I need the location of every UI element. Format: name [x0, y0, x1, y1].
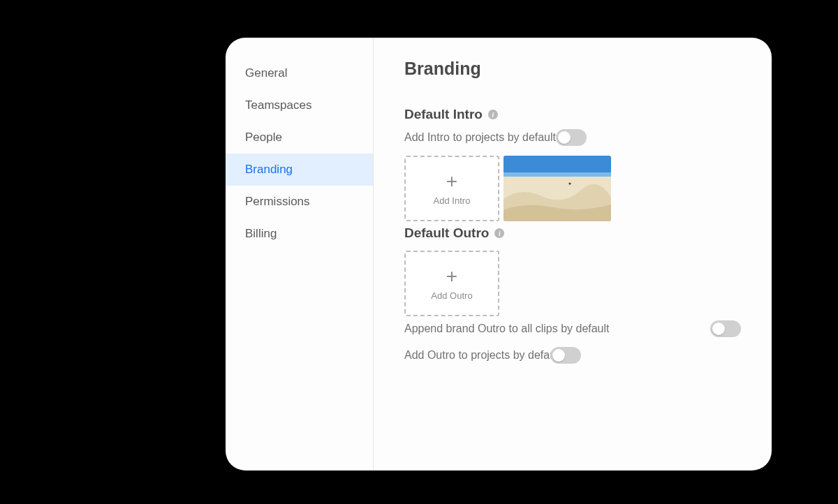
outro-default-toggle-row: Add Outro to projects by default	[404, 347, 741, 364]
sidebar-item-branding[interactable]: Branding	[226, 154, 373, 186]
intro-tiles: + Add Intro	[404, 156, 741, 221]
outro-toggle-label: Add Outro to projects by default	[404, 349, 561, 362]
sidebar-item-permissions[interactable]: Permissions	[226, 186, 373, 218]
append-outro-row: Append brand Outro to all clips by defau…	[404, 320, 741, 337]
section-heading-intro: Default Intro i	[404, 107, 498, 122]
add-intro-tile[interactable]: + Add Intro	[404, 156, 499, 221]
add-intro-label: Add Intro	[434, 195, 471, 206]
svg-point-3	[569, 183, 571, 185]
page-title: Branding	[404, 59, 741, 79]
append-outro-label: Append brand Outro to all clips by defau…	[404, 323, 610, 335]
settings-panel: General Teamspaces People Branding Permi…	[226, 38, 772, 470]
content: Branding Default Intro i Add Intro to pr…	[374, 38, 772, 470]
section-heading-intro-text: Default Intro	[404, 107, 483, 122]
intro-toggle-label: Add Intro to projects by default	[404, 131, 556, 144]
section-heading-outro-text: Default Outro	[404, 225, 489, 241]
intro-default-toggle-row: Add Intro to projects by default	[404, 129, 741, 146]
info-icon[interactable]: i	[494, 228, 504, 238]
sidebar-item-general[interactable]: General	[226, 57, 373, 89]
section-default-intro: Default Intro i Add Intro to projects by…	[404, 107, 741, 221]
sidebar-item-billing[interactable]: Billing	[226, 218, 373, 250]
info-icon[interactable]: i	[488, 110, 498, 119]
add-outro-tile[interactable]: + Add Outro	[404, 251, 499, 316]
outro-default-toggle[interactable]	[550, 347, 581, 364]
outro-tiles: + Add Outro	[404, 251, 741, 316]
add-outro-label: Add Outro	[431, 290, 472, 301]
section-heading-outro: Default Outro i	[404, 225, 504, 241]
append-outro-toggle[interactable]	[710, 320, 741, 337]
intro-thumbnail[interactable]	[503, 156, 611, 221]
section-default-outro: Default Outro i + Add Outro Append brand…	[404, 225, 741, 364]
sidebar: General Teamspaces People Branding Permi…	[226, 38, 374, 470]
intro-default-toggle[interactable]	[556, 129, 587, 146]
sidebar-item-teamspaces[interactable]: Teamspaces	[226, 89, 373, 121]
sidebar-item-people[interactable]: People	[226, 121, 373, 154]
plus-icon: +	[446, 267, 457, 286]
plus-icon: +	[446, 172, 457, 191]
